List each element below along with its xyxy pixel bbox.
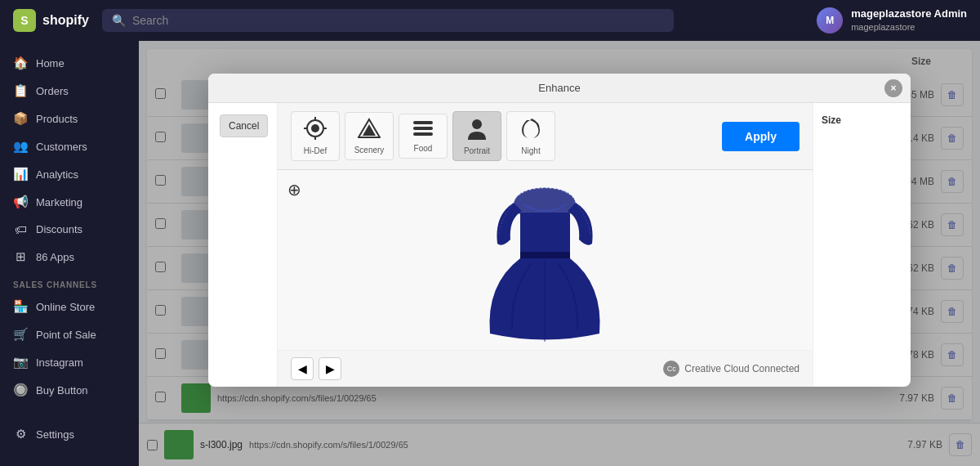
sidebar-item-point-of-sale[interactable]: 🛒 Point of Sale <box>0 320 139 348</box>
sidebar-label-analytics: Analytics <box>36 168 78 181</box>
sidebar-label-settings: Settings <box>36 428 74 441</box>
home-icon: 🏠 <box>13 56 28 70</box>
sidebar-item-online-store[interactable]: 🏪 Online Store <box>0 293 139 320</box>
marketing-icon: 📢 <box>13 195 28 209</box>
avatar: M <box>817 7 843 34</box>
settings-icon: ⚙ <box>13 427 28 441</box>
scenery-tool-button[interactable]: Scenery <box>345 112 394 160</box>
zoom-icon[interactable]: ⊕ <box>287 180 301 199</box>
apply-button[interactable]: Apply <box>722 122 800 151</box>
sidebar-item-home[interactable]: 🏠 Home <box>0 49 139 77</box>
shopify-icon: S <box>13 9 36 32</box>
orders-icon: 📋 <box>13 83 28 98</box>
user-info: M mageplazastore Admin mageplazastore <box>817 7 967 34</box>
sidebar-label-online-store: Online Store <box>36 301 95 313</box>
food-tool-button[interactable]: Food <box>399 114 448 159</box>
hidef-label: Hi-Def <box>304 146 327 155</box>
portrait-label: Portrait <box>464 146 490 155</box>
svg-rect-17 <box>520 252 570 258</box>
sidebar-item-apps[interactable]: ⊞ 86 Apps <box>0 243 139 271</box>
sidebar-label-orders: Orders <box>36 85 69 97</box>
sidebar-item-buy-button[interactable]: 🔘 Buy Button <box>0 376 139 404</box>
cc-icon: Cc <box>663 361 679 377</box>
sidebar-item-discounts[interactable]: 🏷 Discounts <box>0 216 139 243</box>
scenery-label: Scenery <box>354 146 385 155</box>
svg-rect-16 <box>520 213 570 258</box>
sidebar-label-home: Home <box>36 57 65 69</box>
shopify-logo[interactable]: S shopify <box>13 9 89 32</box>
sidebar-label-point-of-sale: Point of Sale <box>36 329 96 341</box>
main-layout: 🏠 Home 📋 Orders 📦 Products 👥 Customers 📊… <box>0 41 980 466</box>
sidebar-label-buy-button: Buy Button <box>36 384 88 397</box>
sidebar-item-marketing[interactable]: 📢 Marketing <box>0 188 139 216</box>
modal-footer: ◀ ▶ Cc Creative Cloud Connected <box>278 350 813 387</box>
user-details: mageplazastore Admin mageplazastore <box>851 7 967 33</box>
shopify-wordmark: shopify <box>42 13 89 28</box>
sidebar-label-products: Products <box>36 113 78 125</box>
size-header: Size <box>822 114 902 126</box>
sidebar-item-orders[interactable]: 📋 Orders <box>0 77 139 105</box>
image-preview-area: ⊕ <box>278 170 813 350</box>
sidebar-item-products[interactable]: 📦 Products <box>0 105 139 132</box>
svg-rect-10 <box>413 132 433 136</box>
food-label: Food <box>414 144 433 153</box>
sidebar-label-marketing: Marketing <box>36 196 82 208</box>
sidebar-label-instagram: Instagram <box>36 356 83 369</box>
enhance-toolbar: Hi-Def Scenery <box>278 103 813 170</box>
search-bar: 🔍 <box>102 9 674 32</box>
search-input[interactable] <box>132 14 664 27</box>
back-nav-button[interactable]: ◀ <box>291 357 314 380</box>
online-store-icon: 🏪 <box>13 299 28 314</box>
top-navigation: S shopify 🔍 M mageplazastore Admin magep… <box>0 0 980 41</box>
modal-close-button[interactable]: × <box>884 79 902 97</box>
scenery-icon <box>358 118 381 142</box>
products-icon: 📦 <box>13 111 28 126</box>
svg-rect-8 <box>413 121 433 124</box>
dress-image <box>478 170 612 350</box>
navigation-buttons: ◀ ▶ <box>291 357 341 380</box>
discounts-icon: 🏷 <box>13 222 28 236</box>
svg-rect-9 <box>413 127 433 130</box>
analytics-icon: 📊 <box>13 167 28 181</box>
instagram-icon: 📷 <box>13 355 28 370</box>
modal-body: Cancel <box>208 103 911 387</box>
user-store: mageplazastore <box>851 21 967 33</box>
sidebar-item-analytics[interactable]: 📊 Analytics <box>0 160 139 188</box>
sidebar-item-settings[interactable]: ⚙ Settings <box>0 420 139 448</box>
settings-section: ⚙ Settings <box>0 420 139 448</box>
customers-icon: 👥 <box>13 139 28 154</box>
sidebar-label-discounts: Discounts <box>36 223 82 235</box>
svg-point-1 <box>311 124 319 132</box>
modal-title: Enhance <box>538 82 580 94</box>
sidebar-label-apps: 86 Apps <box>36 251 74 263</box>
modal-header: Enhance × <box>208 74 911 103</box>
hidef-tool-button[interactable]: Hi-Def <box>291 111 340 161</box>
sidebar-label-customers: Customers <box>36 141 87 153</box>
portrait-icon <box>466 117 488 143</box>
forward-nav-button[interactable]: ▶ <box>318 357 341 380</box>
sales-channels-header: SALES CHANNELS <box>0 271 139 293</box>
hidef-icon <box>304 117 327 143</box>
point-of-sale-icon: 🛒 <box>13 327 28 342</box>
enhance-modal: Enhance × Cancel <box>208 74 911 387</box>
portrait-tool-button[interactable]: Portrait <box>452 111 501 161</box>
cc-label: Creative Cloud Connected <box>684 363 800 374</box>
modal-center-panel: Hi-Def Scenery <box>278 103 813 387</box>
night-label: Night <box>521 146 540 155</box>
buy-button-icon: 🔘 <box>13 383 28 397</box>
night-tool-button[interactable]: Night <box>506 111 555 161</box>
user-name: mageplazastore Admin <box>851 7 967 21</box>
modal-left-panel: Cancel <box>208 103 278 387</box>
sidebar: 🏠 Home 📋 Orders 📦 Products 👥 Customers 📊… <box>0 41 139 466</box>
content-area: Size 55 MB 🗑 5.4 KB 🗑 94 MB <box>139 41 980 466</box>
night-icon <box>520 117 541 143</box>
modal-overlay: Enhance × Cancel <box>139 41 980 466</box>
modal-right-panel: Size <box>813 103 911 387</box>
search-icon: 🔍 <box>112 14 126 27</box>
sidebar-item-instagram[interactable]: 📷 Instagram <box>0 348 139 376</box>
sidebar-item-customers[interactable]: 👥 Customers <box>0 132 139 160</box>
apps-icon: ⊞ <box>13 249 28 264</box>
svg-point-11 <box>472 119 482 129</box>
cancel-button[interactable]: Cancel <box>220 114 268 137</box>
creative-cloud-connected: Cc Creative Cloud Connected <box>663 361 800 377</box>
